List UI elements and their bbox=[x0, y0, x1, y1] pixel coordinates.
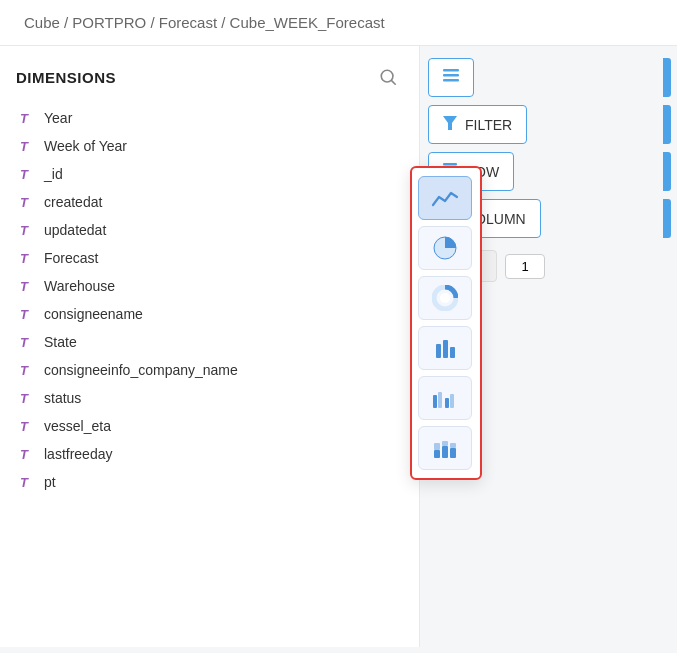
dim-item-updatedat[interactable]: T updatedat bbox=[12, 216, 419, 244]
chart-type-grouped-bar[interactable] bbox=[418, 376, 472, 420]
svg-line-1 bbox=[392, 81, 396, 85]
type-icon: T bbox=[20, 139, 34, 154]
dim-label: Year bbox=[44, 110, 72, 126]
type-icon: T bbox=[20, 363, 34, 378]
type-icon: T bbox=[20, 475, 34, 490]
type-icon: T bbox=[20, 251, 34, 266]
dim-label: _id bbox=[44, 166, 63, 182]
breadcrumb: Cube / PORTPRO / Forecast / Cube_WEEK_Fo… bbox=[0, 0, 677, 46]
chart-type-donut[interactable] bbox=[418, 276, 472, 320]
type-icon: T bbox=[20, 447, 34, 462]
chart-type-pie[interactable] bbox=[418, 226, 472, 270]
dim-label: pt bbox=[44, 474, 56, 490]
svg-rect-12 bbox=[434, 450, 440, 458]
type-icon: T bbox=[20, 195, 34, 210]
dim-label: updatedat bbox=[44, 222, 106, 238]
svg-rect-6 bbox=[443, 340, 448, 358]
type-icon: T bbox=[20, 335, 34, 350]
svg-rect-5 bbox=[436, 344, 441, 358]
blue-tab bbox=[663, 152, 671, 191]
chart-type-line[interactable] bbox=[418, 176, 472, 220]
svg-rect-9 bbox=[438, 392, 442, 408]
dim-label: lastfreeday bbox=[44, 446, 112, 462]
dim-label: status bbox=[44, 390, 81, 406]
svg-rect-8 bbox=[433, 395, 437, 408]
blue-tab bbox=[663, 58, 671, 97]
dim-label: consigneename bbox=[44, 306, 143, 322]
type-icon: T bbox=[20, 279, 34, 294]
dim-item-Year[interactable]: T Year bbox=[12, 104, 419, 132]
svg-rect-11 bbox=[450, 394, 454, 408]
type-icon: T bbox=[20, 307, 34, 322]
type-icon: T bbox=[20, 111, 34, 126]
filter-button[interactable]: FILTER bbox=[428, 105, 527, 144]
dim-label: consigneeinfo_company_name bbox=[44, 362, 238, 378]
type-icon: T bbox=[20, 419, 34, 434]
svg-rect-13 bbox=[434, 443, 440, 450]
view-mode-button[interactable] bbox=[428, 58, 474, 97]
dim-label: vessel_eta bbox=[44, 418, 111, 434]
list-icon bbox=[443, 69, 459, 86]
filter-label: FILTER bbox=[465, 117, 512, 133]
svg-rect-20 bbox=[443, 79, 459, 82]
view-mode-wrapper bbox=[428, 58, 669, 97]
svg-rect-19 bbox=[443, 74, 459, 77]
chart-type-stacked-bar[interactable] bbox=[418, 426, 472, 470]
dim-item-lastfreeday[interactable]: T lastfreeday bbox=[12, 440, 419, 468]
dim-item-vessel_eta[interactable]: T vessel_eta bbox=[12, 412, 419, 440]
dim-item-_id[interactable]: T _id bbox=[12, 160, 419, 188]
search-button[interactable] bbox=[373, 62, 403, 92]
filter-icon bbox=[443, 116, 457, 133]
svg-rect-14 bbox=[442, 446, 448, 458]
dim-item-createdat[interactable]: T createdat bbox=[12, 188, 419, 216]
chart-type-bar[interactable] bbox=[418, 326, 472, 370]
type-icon: T bbox=[20, 391, 34, 406]
svg-rect-16 bbox=[450, 448, 456, 458]
dim-label: Week of Year bbox=[44, 138, 127, 154]
dim-item-Forecast[interactable]: T Forecast bbox=[12, 244, 419, 272]
chart-type-popup bbox=[410, 166, 482, 480]
dim-label: State bbox=[44, 334, 77, 350]
svg-rect-7 bbox=[450, 347, 455, 358]
dim-item-Warehouse[interactable]: T Warehouse bbox=[12, 272, 419, 300]
dimensions-list: T Year T Week of Year T _id T createdat … bbox=[0, 104, 419, 496]
svg-point-4 bbox=[440, 293, 450, 303]
blue-tab bbox=[663, 105, 671, 144]
type-icon: T bbox=[20, 167, 34, 182]
filter-wrapper: FILTER bbox=[428, 105, 669, 144]
dimensions-panel: DIMENSIONS T Year T Week of Year T _id bbox=[0, 46, 420, 647]
svg-rect-17 bbox=[450, 443, 456, 448]
dim-item-consigneename[interactable]: T consigneename bbox=[12, 300, 419, 328]
dim-item-pt[interactable]: T pt bbox=[12, 468, 419, 496]
dim-label: Warehouse bbox=[44, 278, 115, 294]
dim-label: Forecast bbox=[44, 250, 98, 266]
dimensions-title: DIMENSIONS bbox=[16, 69, 116, 86]
svg-marker-21 bbox=[443, 116, 457, 130]
page-number-input[interactable] bbox=[505, 254, 545, 279]
dim-item-WeekOfYear[interactable]: T Week of Year bbox=[12, 132, 419, 160]
svg-rect-15 bbox=[442, 441, 448, 446]
type-icon: T bbox=[20, 223, 34, 238]
dim-label: createdat bbox=[44, 194, 102, 210]
svg-rect-10 bbox=[445, 398, 449, 408]
svg-rect-18 bbox=[443, 69, 459, 72]
dim-item-consigneeinfo[interactable]: T consigneeinfo_company_name bbox=[12, 356, 419, 384]
dim-item-status[interactable]: T status bbox=[12, 384, 419, 412]
blue-tab bbox=[663, 199, 671, 238]
dim-item-State[interactable]: T State bbox=[12, 328, 419, 356]
